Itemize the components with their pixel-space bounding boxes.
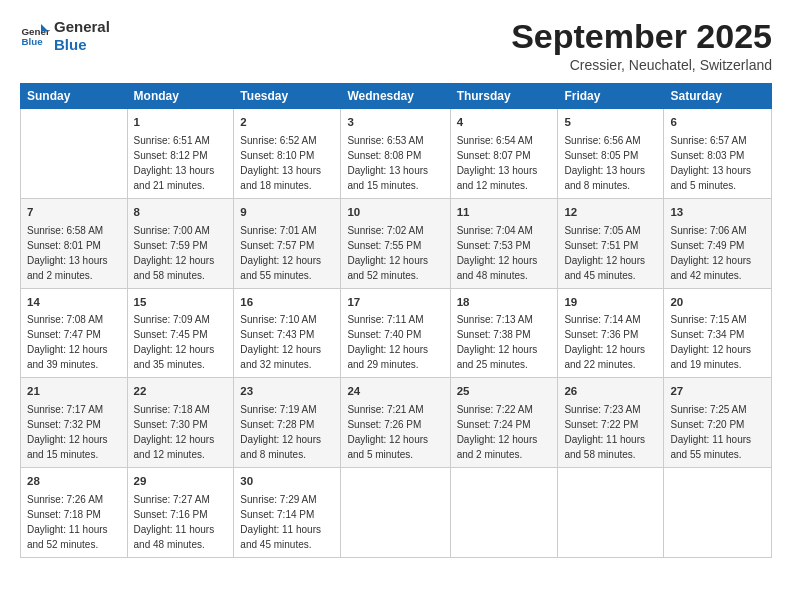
day-info: Sunrise: 6:58 AM Sunset: 8:01 PM Dayligh… <box>27 223 121 283</box>
svg-text:Blue: Blue <box>22 36 44 47</box>
day-number: 15 <box>134 294 228 311</box>
day-cell: 23Sunrise: 7:19 AM Sunset: 7:28 PM Dayli… <box>234 378 341 468</box>
day-info: Sunrise: 6:56 AM Sunset: 8:05 PM Dayligh… <box>564 133 657 193</box>
day-cell: 9Sunrise: 7:01 AM Sunset: 7:57 PM Daylig… <box>234 199 341 289</box>
day-number: 16 <box>240 294 334 311</box>
header-cell-monday: Monday <box>127 84 234 109</box>
day-number: 22 <box>134 383 228 400</box>
day-cell: 7Sunrise: 6:58 AM Sunset: 8:01 PM Daylig… <box>21 199 128 289</box>
week-row-5: 28Sunrise: 7:26 AM Sunset: 7:18 PM Dayli… <box>21 468 772 558</box>
day-cell: 1Sunrise: 6:51 AM Sunset: 8:12 PM Daylig… <box>127 109 234 199</box>
page: General Blue General Blue September 2025… <box>0 0 792 612</box>
day-cell: 30Sunrise: 7:29 AM Sunset: 7:14 PM Dayli… <box>234 468 341 558</box>
day-info: Sunrise: 6:57 AM Sunset: 8:03 PM Dayligh… <box>670 133 765 193</box>
day-info: Sunrise: 7:14 AM Sunset: 7:36 PM Dayligh… <box>564 312 657 372</box>
day-info: Sunrise: 7:21 AM Sunset: 7:26 PM Dayligh… <box>347 402 443 462</box>
header-cell-tuesday: Tuesday <box>234 84 341 109</box>
day-cell <box>450 468 558 558</box>
header: General Blue General Blue September 2025… <box>20 18 772 73</box>
day-number: 9 <box>240 204 334 221</box>
day-number: 27 <box>670 383 765 400</box>
day-cell <box>558 468 664 558</box>
day-info: Sunrise: 6:54 AM Sunset: 8:07 PM Dayligh… <box>457 133 552 193</box>
day-info: Sunrise: 7:25 AM Sunset: 7:20 PM Dayligh… <box>670 402 765 462</box>
day-cell: 8Sunrise: 7:00 AM Sunset: 7:59 PM Daylig… <box>127 199 234 289</box>
day-info: Sunrise: 7:15 AM Sunset: 7:34 PM Dayligh… <box>670 312 765 372</box>
day-cell: 17Sunrise: 7:11 AM Sunset: 7:40 PM Dayli… <box>341 288 450 378</box>
day-number: 4 <box>457 114 552 131</box>
day-info: Sunrise: 7:04 AM Sunset: 7:53 PM Dayligh… <box>457 223 552 283</box>
day-cell: 19Sunrise: 7:14 AM Sunset: 7:36 PM Dayli… <box>558 288 664 378</box>
day-number: 12 <box>564 204 657 221</box>
day-number: 7 <box>27 204 121 221</box>
day-cell <box>664 468 772 558</box>
header-cell-wednesday: Wednesday <box>341 84 450 109</box>
day-number: 6 <box>670 114 765 131</box>
day-cell: 2Sunrise: 6:52 AM Sunset: 8:10 PM Daylig… <box>234 109 341 199</box>
day-cell: 14Sunrise: 7:08 AM Sunset: 7:47 PM Dayli… <box>21 288 128 378</box>
header-row: SundayMondayTuesdayWednesdayThursdayFrid… <box>21 84 772 109</box>
day-number: 28 <box>27 473 121 490</box>
day-info: Sunrise: 7:22 AM Sunset: 7:24 PM Dayligh… <box>457 402 552 462</box>
day-info: Sunrise: 7:11 AM Sunset: 7:40 PM Dayligh… <box>347 312 443 372</box>
day-cell: 15Sunrise: 7:09 AM Sunset: 7:45 PM Dayli… <box>127 288 234 378</box>
day-number: 21 <box>27 383 121 400</box>
day-info: Sunrise: 7:29 AM Sunset: 7:14 PM Dayligh… <box>240 492 334 552</box>
day-number: 8 <box>134 204 228 221</box>
day-cell: 3Sunrise: 6:53 AM Sunset: 8:08 PM Daylig… <box>341 109 450 199</box>
day-cell: 21Sunrise: 7:17 AM Sunset: 7:32 PM Dayli… <box>21 378 128 468</box>
day-cell: 25Sunrise: 7:22 AM Sunset: 7:24 PM Dayli… <box>450 378 558 468</box>
day-cell: 16Sunrise: 7:10 AM Sunset: 7:43 PM Dayli… <box>234 288 341 378</box>
logo-icon: General Blue <box>20 21 50 51</box>
day-number: 2 <box>240 114 334 131</box>
day-info: Sunrise: 7:10 AM Sunset: 7:43 PM Dayligh… <box>240 312 334 372</box>
day-number: 18 <box>457 294 552 311</box>
day-info: Sunrise: 7:13 AM Sunset: 7:38 PM Dayligh… <box>457 312 552 372</box>
header-cell-saturday: Saturday <box>664 84 772 109</box>
day-number: 29 <box>134 473 228 490</box>
header-cell-sunday: Sunday <box>21 84 128 109</box>
day-cell: 12Sunrise: 7:05 AM Sunset: 7:51 PM Dayli… <box>558 199 664 289</box>
day-info: Sunrise: 7:06 AM Sunset: 7:49 PM Dayligh… <box>670 223 765 283</box>
day-cell <box>21 109 128 199</box>
day-info: Sunrise: 7:00 AM Sunset: 7:59 PM Dayligh… <box>134 223 228 283</box>
day-cell: 29Sunrise: 7:27 AM Sunset: 7:16 PM Dayli… <box>127 468 234 558</box>
day-number: 5 <box>564 114 657 131</box>
logo-line1: General <box>54 18 110 36</box>
day-info: Sunrise: 7:27 AM Sunset: 7:16 PM Dayligh… <box>134 492 228 552</box>
day-number: 23 <box>240 383 334 400</box>
day-info: Sunrise: 7:19 AM Sunset: 7:28 PM Dayligh… <box>240 402 334 462</box>
header-cell-friday: Friday <box>558 84 664 109</box>
day-cell: 10Sunrise: 7:02 AM Sunset: 7:55 PM Dayli… <box>341 199 450 289</box>
day-info: Sunrise: 6:53 AM Sunset: 8:08 PM Dayligh… <box>347 133 443 193</box>
day-info: Sunrise: 7:02 AM Sunset: 7:55 PM Dayligh… <box>347 223 443 283</box>
calendar-table: SundayMondayTuesdayWednesdayThursdayFrid… <box>20 83 772 557</box>
day-info: Sunrise: 7:05 AM Sunset: 7:51 PM Dayligh… <box>564 223 657 283</box>
day-number: 25 <box>457 383 552 400</box>
week-row-3: 14Sunrise: 7:08 AM Sunset: 7:47 PM Dayli… <box>21 288 772 378</box>
day-cell: 6Sunrise: 6:57 AM Sunset: 8:03 PM Daylig… <box>664 109 772 199</box>
day-number: 24 <box>347 383 443 400</box>
day-number: 10 <box>347 204 443 221</box>
day-cell: 22Sunrise: 7:18 AM Sunset: 7:30 PM Dayli… <box>127 378 234 468</box>
day-number: 14 <box>27 294 121 311</box>
day-number: 19 <box>564 294 657 311</box>
day-info: Sunrise: 7:18 AM Sunset: 7:30 PM Dayligh… <box>134 402 228 462</box>
day-cell: 27Sunrise: 7:25 AM Sunset: 7:20 PM Dayli… <box>664 378 772 468</box>
logo-line2: Blue <box>54 36 110 54</box>
day-number: 20 <box>670 294 765 311</box>
day-cell: 26Sunrise: 7:23 AM Sunset: 7:22 PM Dayli… <box>558 378 664 468</box>
day-number: 26 <box>564 383 657 400</box>
day-cell <box>341 468 450 558</box>
subtitle: Cressier, Neuchatel, Switzerland <box>511 57 772 73</box>
day-cell: 4Sunrise: 6:54 AM Sunset: 8:07 PM Daylig… <box>450 109 558 199</box>
week-row-1: 1Sunrise: 6:51 AM Sunset: 8:12 PM Daylig… <box>21 109 772 199</box>
day-info: Sunrise: 7:17 AM Sunset: 7:32 PM Dayligh… <box>27 402 121 462</box>
day-number: 13 <box>670 204 765 221</box>
day-info: Sunrise: 7:08 AM Sunset: 7:47 PM Dayligh… <box>27 312 121 372</box>
day-cell: 28Sunrise: 7:26 AM Sunset: 7:18 PM Dayli… <box>21 468 128 558</box>
day-info: Sunrise: 7:09 AM Sunset: 7:45 PM Dayligh… <box>134 312 228 372</box>
header-cell-thursday: Thursday <box>450 84 558 109</box>
day-cell: 5Sunrise: 6:56 AM Sunset: 8:05 PM Daylig… <box>558 109 664 199</box>
day-cell: 24Sunrise: 7:21 AM Sunset: 7:26 PM Dayli… <box>341 378 450 468</box>
